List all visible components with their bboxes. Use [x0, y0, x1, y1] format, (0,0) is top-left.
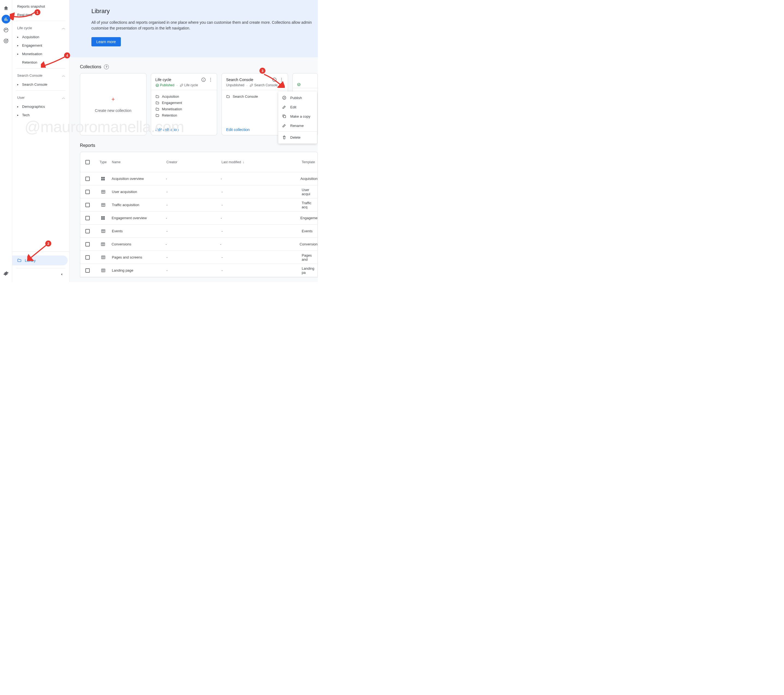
edit-collection-link[interactable]: Edit collection — [226, 127, 250, 132]
type-icon — [95, 229, 111, 233]
arrow-down-icon: ↓ — [242, 160, 244, 164]
card-item: Engagement — [155, 100, 213, 106]
checkbox[interactable] — [86, 216, 90, 220]
nav-tech[interactable]: ▸Tech — [12, 111, 69, 119]
rail-reports-icon[interactable] — [2, 15, 10, 23]
table-row[interactable]: Traffic acquisition--Traffic acq — [80, 198, 318, 211]
checkbox[interactable] — [86, 190, 90, 194]
col-creator[interactable]: Creator — [166, 160, 221, 164]
col-name[interactable]: Name — [111, 160, 166, 164]
nav-realtime[interactable]: Real-time — [12, 11, 69, 19]
checkbox[interactable] — [86, 177, 90, 181]
svg-rect-13 — [101, 177, 103, 178]
svg-rect-22 — [103, 218, 105, 220]
info-icon[interactable] — [200, 77, 207, 82]
svg-point-4 — [210, 78, 211, 79]
collections-heading: Collections ? — [80, 64, 318, 69]
nav-retention[interactable]: Retention — [12, 58, 69, 67]
rail-ads-icon[interactable] — [2, 36, 10, 45]
svg-rect-20 — [103, 216, 105, 218]
card-item: Acquisition — [155, 93, 213, 100]
col-type[interactable]: Type — [95, 160, 111, 164]
cell-creator: - — [166, 190, 221, 194]
nav-section-user[interactable]: User ︿ — [12, 92, 69, 102]
cell-creator: - — [166, 203, 221, 207]
checkbox[interactable] — [86, 268, 90, 273]
checkbox-all[interactable] — [86, 160, 90, 164]
cell-creator: - — [166, 268, 221, 272]
divider — [16, 21, 66, 21]
table-row[interactable]: Pages and screens--Pages and — [80, 251, 318, 264]
sidebar: Reports snapshot Real-time Life cycle ︿ … — [12, 0, 69, 282]
svg-rect-14 — [103, 177, 105, 178]
type-icon — [95, 177, 111, 181]
type-icon — [95, 216, 111, 220]
annotation-badge-2: 2 — [45, 241, 51, 246]
menu-edit[interactable]: Edit — [278, 102, 317, 112]
menu-publish[interactable]: Publish — [278, 93, 317, 102]
nav-monetisation[interactable]: ▸Monetisation — [12, 50, 69, 58]
menu-rename[interactable]: Rename — [278, 121, 317, 130]
nav-acquisition[interactable]: ▸Acquisition — [12, 33, 69, 41]
table-row[interactable]: Conversions--Conversion — [80, 238, 318, 251]
svg-point-10 — [281, 79, 282, 80]
menu-delete[interactable]: Delete — [278, 133, 317, 142]
cell-template: Engageme — [300, 216, 318, 220]
create-collection-card[interactable]: + Create new collection — [80, 73, 147, 135]
info-icon[interactable] — [271, 77, 278, 82]
type-icon — [95, 190, 111, 194]
status-published: Published — [155, 83, 175, 87]
more-icon[interactable] — [207, 77, 214, 82]
edit-collection-link[interactable]: Edit collection — [155, 127, 179, 132]
cell-modified: - — [221, 268, 302, 272]
cell-name: User acquisition — [111, 190, 166, 194]
col-template[interactable]: Template — [302, 160, 318, 164]
cell-template: Traffic acq — [302, 201, 318, 209]
menu-copy[interactable]: Make a copy — [278, 112, 317, 121]
table-row[interactable]: Landing page--Landing pa — [80, 264, 318, 277]
link-icon: Search Console — [250, 83, 277, 87]
col-last-modified[interactable]: Last modified↓ — [221, 160, 302, 164]
nav-engagement[interactable]: ▸Engagement — [12, 41, 69, 50]
hero: Library All of your collections and repo… — [69, 0, 318, 57]
cell-name: Conversions — [111, 242, 166, 246]
table-row[interactable]: Events--Events — [80, 225, 318, 238]
link-icon: Life cycle — [180, 83, 198, 87]
caret-right-icon: ▸ — [17, 105, 19, 108]
caret-right-icon: ▸ — [17, 83, 19, 86]
rail-settings-icon[interactable] — [2, 269, 10, 278]
cell-template: User acqui — [302, 188, 318, 196]
nav-library[interactable]: Library — [12, 256, 68, 265]
collapse-sidebar-button[interactable] — [12, 270, 69, 280]
rail-home-icon[interactable] — [2, 4, 10, 13]
nav-demographics[interactable]: ▸Demographics — [12, 102, 69, 111]
checkbox[interactable] — [86, 229, 90, 233]
sidebar-bottom: Library — [12, 251, 69, 280]
more-icon[interactable] — [278, 77, 285, 82]
checkbox[interactable] — [86, 255, 90, 259]
caret-right-icon: ▸ — [17, 114, 19, 117]
caret-right-icon: ▸ — [17, 53, 19, 55]
type-icon — [95, 268, 111, 273]
nav-reports-snapshot[interactable]: Reports snapshot — [12, 2, 69, 11]
learn-more-button[interactable]: Learn more — [91, 37, 121, 46]
cell-creator: - — [166, 229, 221, 233]
nav-search-console[interactable]: ▸Search Console — [12, 80, 69, 89]
nav-section-search-console[interactable]: Search Console ︿ — [12, 70, 69, 80]
table-row[interactable]: User acquisition--User acqui — [80, 185, 318, 198]
cell-modified: - — [221, 216, 300, 220]
cell-creator: - — [166, 216, 221, 220]
table-row[interactable]: Acquisition overview--Acquisition — [80, 172, 318, 185]
help-icon[interactable]: ? — [104, 64, 109, 69]
nav-section-life-cycle[interactable]: Life cycle ︿ — [12, 23, 69, 33]
checkbox[interactable] — [86, 203, 90, 207]
table-row[interactable]: Engagement overview--Engageme — [80, 211, 318, 225]
status-published — [297, 83, 301, 86]
type-icon — [95, 255, 111, 259]
plus-icon: + — [111, 96, 115, 103]
card-item: Retention — [155, 112, 213, 119]
annotation-badge-3: 3 — [259, 68, 265, 74]
checkbox[interactable] — [86, 242, 90, 246]
svg-rect-23 — [102, 229, 105, 233]
rail-explore-icon[interactable] — [2, 26, 10, 35]
